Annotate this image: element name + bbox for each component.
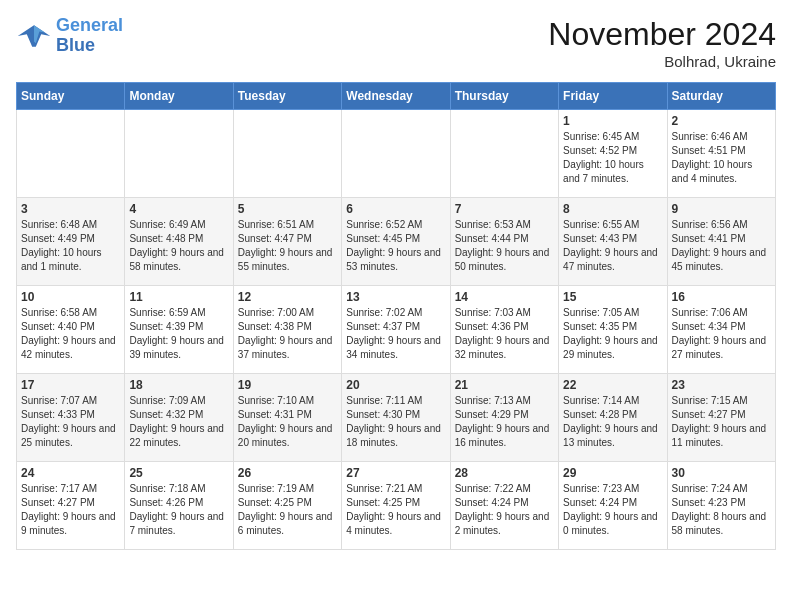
day-info: Sunrise: 7:09 AM Sunset: 4:32 PM Dayligh… — [129, 394, 228, 450]
day-number: 19 — [238, 378, 337, 392]
day-number: 23 — [672, 378, 771, 392]
calendar-cell: 13Sunrise: 7:02 AM Sunset: 4:37 PM Dayli… — [342, 286, 450, 374]
calendar-cell — [342, 110, 450, 198]
calendar-cell: 4Sunrise: 6:49 AM Sunset: 4:48 PM Daylig… — [125, 198, 233, 286]
calendar-cell: 14Sunrise: 7:03 AM Sunset: 4:36 PM Dayli… — [450, 286, 558, 374]
day-number: 16 — [672, 290, 771, 304]
col-friday: Friday — [559, 83, 667, 110]
calendar-cell: 25Sunrise: 7:18 AM Sunset: 4:26 PM Dayli… — [125, 462, 233, 550]
day-number: 3 — [21, 202, 120, 216]
day-info: Sunrise: 7:19 AM Sunset: 4:25 PM Dayligh… — [238, 482, 337, 538]
calendar-cell: 11Sunrise: 6:59 AM Sunset: 4:39 PM Dayli… — [125, 286, 233, 374]
logo: General Blue — [16, 16, 123, 56]
calendar-cell: 19Sunrise: 7:10 AM Sunset: 4:31 PM Dayli… — [233, 374, 341, 462]
calendar-week-0: 1Sunrise: 6:45 AM Sunset: 4:52 PM Daylig… — [17, 110, 776, 198]
calendar-cell: 23Sunrise: 7:15 AM Sunset: 4:27 PM Dayli… — [667, 374, 775, 462]
day-info: Sunrise: 6:48 AM Sunset: 4:49 PM Dayligh… — [21, 218, 120, 274]
day-number: 18 — [129, 378, 228, 392]
day-info: Sunrise: 7:10 AM Sunset: 4:31 PM Dayligh… — [238, 394, 337, 450]
day-info: Sunrise: 7:11 AM Sunset: 4:30 PM Dayligh… — [346, 394, 445, 450]
calendar-cell: 7Sunrise: 6:53 AM Sunset: 4:44 PM Daylig… — [450, 198, 558, 286]
day-number: 29 — [563, 466, 662, 480]
day-number: 15 — [563, 290, 662, 304]
calendar-table: Sunday Monday Tuesday Wednesday Thursday… — [16, 82, 776, 550]
calendar-cell: 20Sunrise: 7:11 AM Sunset: 4:30 PM Dayli… — [342, 374, 450, 462]
day-number: 14 — [455, 290, 554, 304]
location: Bolhrad, Ukraine — [548, 53, 776, 70]
day-info: Sunrise: 7:07 AM Sunset: 4:33 PM Dayligh… — [21, 394, 120, 450]
day-info: Sunrise: 6:58 AM Sunset: 4:40 PM Dayligh… — [21, 306, 120, 362]
day-number: 4 — [129, 202, 228, 216]
day-info: Sunrise: 7:13 AM Sunset: 4:29 PM Dayligh… — [455, 394, 554, 450]
day-info: Sunrise: 6:45 AM Sunset: 4:52 PM Dayligh… — [563, 130, 662, 186]
logo-icon — [16, 18, 52, 54]
day-number: 27 — [346, 466, 445, 480]
day-info: Sunrise: 7:21 AM Sunset: 4:25 PM Dayligh… — [346, 482, 445, 538]
day-info: Sunrise: 6:46 AM Sunset: 4:51 PM Dayligh… — [672, 130, 771, 186]
day-info: Sunrise: 7:24 AM Sunset: 4:23 PM Dayligh… — [672, 482, 771, 538]
day-info: Sunrise: 6:52 AM Sunset: 4:45 PM Dayligh… — [346, 218, 445, 274]
day-number: 22 — [563, 378, 662, 392]
calendar-cell: 29Sunrise: 7:23 AM Sunset: 4:24 PM Dayli… — [559, 462, 667, 550]
day-number: 12 — [238, 290, 337, 304]
calendar-cell: 5Sunrise: 6:51 AM Sunset: 4:47 PM Daylig… — [233, 198, 341, 286]
calendar-cell: 6Sunrise: 6:52 AM Sunset: 4:45 PM Daylig… — [342, 198, 450, 286]
calendar-cell: 9Sunrise: 6:56 AM Sunset: 4:41 PM Daylig… — [667, 198, 775, 286]
calendar-header-row: Sunday Monday Tuesday Wednesday Thursday… — [17, 83, 776, 110]
calendar-week-3: 17Sunrise: 7:07 AM Sunset: 4:33 PM Dayli… — [17, 374, 776, 462]
day-number: 10 — [21, 290, 120, 304]
calendar-cell: 1Sunrise: 6:45 AM Sunset: 4:52 PM Daylig… — [559, 110, 667, 198]
day-number: 8 — [563, 202, 662, 216]
calendar-week-4: 24Sunrise: 7:17 AM Sunset: 4:27 PM Dayli… — [17, 462, 776, 550]
day-number: 20 — [346, 378, 445, 392]
calendar-cell — [450, 110, 558, 198]
day-info: Sunrise: 6:59 AM Sunset: 4:39 PM Dayligh… — [129, 306, 228, 362]
day-info: Sunrise: 7:14 AM Sunset: 4:28 PM Dayligh… — [563, 394, 662, 450]
calendar-week-2: 10Sunrise: 6:58 AM Sunset: 4:40 PM Dayli… — [17, 286, 776, 374]
day-info: Sunrise: 6:56 AM Sunset: 4:41 PM Dayligh… — [672, 218, 771, 274]
day-info: Sunrise: 6:51 AM Sunset: 4:47 PM Dayligh… — [238, 218, 337, 274]
calendar-cell: 17Sunrise: 7:07 AM Sunset: 4:33 PM Dayli… — [17, 374, 125, 462]
calendar-cell: 8Sunrise: 6:55 AM Sunset: 4:43 PM Daylig… — [559, 198, 667, 286]
calendar-cell: 22Sunrise: 7:14 AM Sunset: 4:28 PM Dayli… — [559, 374, 667, 462]
day-number: 11 — [129, 290, 228, 304]
calendar-cell: 18Sunrise: 7:09 AM Sunset: 4:32 PM Dayli… — [125, 374, 233, 462]
calendar-cell: 10Sunrise: 6:58 AM Sunset: 4:40 PM Dayli… — [17, 286, 125, 374]
day-info: Sunrise: 7:02 AM Sunset: 4:37 PM Dayligh… — [346, 306, 445, 362]
calendar-cell — [17, 110, 125, 198]
day-number: 6 — [346, 202, 445, 216]
calendar-cell: 12Sunrise: 7:00 AM Sunset: 4:38 PM Dayli… — [233, 286, 341, 374]
day-info: Sunrise: 6:49 AM Sunset: 4:48 PM Dayligh… — [129, 218, 228, 274]
day-number: 25 — [129, 466, 228, 480]
calendar-cell: 16Sunrise: 7:06 AM Sunset: 4:34 PM Dayli… — [667, 286, 775, 374]
day-number: 26 — [238, 466, 337, 480]
logo-text: General Blue — [56, 16, 123, 56]
day-info: Sunrise: 7:22 AM Sunset: 4:24 PM Dayligh… — [455, 482, 554, 538]
page-header: General Blue November 2024 Bolhrad, Ukra… — [16, 16, 776, 70]
day-number: 24 — [21, 466, 120, 480]
day-info: Sunrise: 7:05 AM Sunset: 4:35 PM Dayligh… — [563, 306, 662, 362]
day-info: Sunrise: 7:03 AM Sunset: 4:36 PM Dayligh… — [455, 306, 554, 362]
calendar-cell: 24Sunrise: 7:17 AM Sunset: 4:27 PM Dayli… — [17, 462, 125, 550]
day-number: 1 — [563, 114, 662, 128]
day-info: Sunrise: 6:53 AM Sunset: 4:44 PM Dayligh… — [455, 218, 554, 274]
day-number: 17 — [21, 378, 120, 392]
day-info: Sunrise: 6:55 AM Sunset: 4:43 PM Dayligh… — [563, 218, 662, 274]
calendar-cell: 28Sunrise: 7:22 AM Sunset: 4:24 PM Dayli… — [450, 462, 558, 550]
col-monday: Monday — [125, 83, 233, 110]
day-number: 21 — [455, 378, 554, 392]
calendar-cell: 2Sunrise: 6:46 AM Sunset: 4:51 PM Daylig… — [667, 110, 775, 198]
calendar-cell: 27Sunrise: 7:21 AM Sunset: 4:25 PM Dayli… — [342, 462, 450, 550]
day-info: Sunrise: 7:17 AM Sunset: 4:27 PM Dayligh… — [21, 482, 120, 538]
col-thursday: Thursday — [450, 83, 558, 110]
month-title: November 2024 — [548, 16, 776, 53]
day-number: 28 — [455, 466, 554, 480]
day-number: 9 — [672, 202, 771, 216]
title-block: November 2024 Bolhrad, Ukraine — [548, 16, 776, 70]
calendar-cell: 15Sunrise: 7:05 AM Sunset: 4:35 PM Dayli… — [559, 286, 667, 374]
day-info: Sunrise: 7:15 AM Sunset: 4:27 PM Dayligh… — [672, 394, 771, 450]
calendar-cell: 21Sunrise: 7:13 AM Sunset: 4:29 PM Dayli… — [450, 374, 558, 462]
day-info: Sunrise: 7:06 AM Sunset: 4:34 PM Dayligh… — [672, 306, 771, 362]
calendar-cell: 30Sunrise: 7:24 AM Sunset: 4:23 PM Dayli… — [667, 462, 775, 550]
day-number: 5 — [238, 202, 337, 216]
